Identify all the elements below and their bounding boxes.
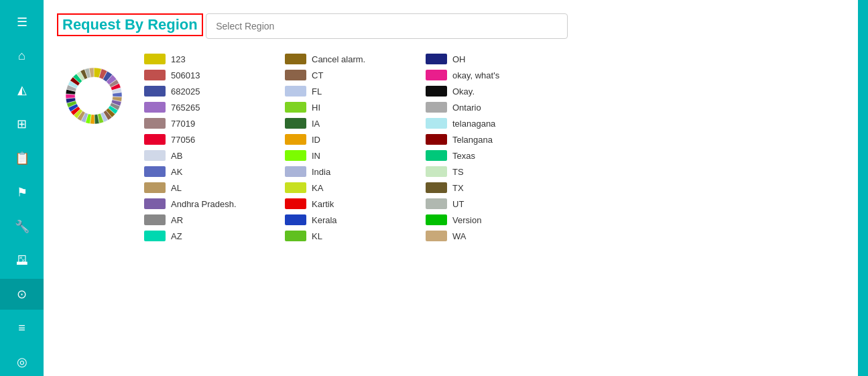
legend-color-box: [426, 214, 447, 225]
legend-item: HI: [285, 101, 419, 114]
legend-label: AB: [171, 151, 182, 161]
legend-item: Kerala: [285, 213, 419, 227]
legend-item: Telangana: [426, 133, 560, 146]
legend-label: Texas: [452, 151, 475, 161]
legend-item: Ontario: [426, 101, 560, 114]
select-region-input[interactable]: [206, 13, 568, 39]
sidebar-item-grid[interactable]: ⊞: [0, 109, 44, 139]
legend-color-box: [426, 54, 447, 64]
legend-container: 123Cancel alarm.OH506013CTokay, what's68…: [144, 52, 560, 243]
legend-color-box: [285, 86, 306, 97]
legend-color-box: [285, 70, 306, 80]
donut-chart: [57, 59, 131, 133]
legend-label: Telangana: [452, 135, 493, 145]
legend-item: WA: [426, 229, 560, 243]
legend-label: KA: [312, 183, 323, 193]
legend-label: TS: [452, 167, 464, 177]
legend-color-box: [144, 166, 166, 177]
legend-label: ID: [312, 135, 320, 145]
sidebar-item-chart[interactable]: ◭: [0, 74, 44, 105]
legend-color-box: [285, 150, 306, 161]
legend-item: TX: [426, 181, 560, 194]
legend-label: TX: [452, 183, 464, 193]
legend-color-box: [144, 70, 166, 80]
legend-item: UT: [426, 197, 560, 210]
legend-label: IN: [312, 151, 320, 161]
legend-item: FL: [285, 84, 419, 98]
legend-color-box: [144, 54, 166, 64]
sidebar-item-support[interactable]: ⊙: [0, 279, 44, 310]
legend-item: 765265: [144, 101, 278, 114]
legend-color-box: [426, 134, 447, 145]
legend-label: Andhra Pradesh.: [171, 199, 237, 209]
legend-label: FL: [312, 86, 322, 97]
legend-label: HI: [312, 103, 320, 113]
sidebar-item-dial[interactable]: ◎: [0, 347, 44, 376]
legend-item: India: [285, 165, 419, 178]
legend-item: KL: [285, 229, 419, 243]
legend-item: TS: [426, 165, 560, 178]
legend-color-box: [285, 214, 306, 225]
legend-label: telanagana: [452, 119, 495, 129]
sidebar-item-home[interactable]: ⌂: [0, 41, 44, 71]
legend-item: CT: [285, 68, 419, 82]
svg-point-0: [76, 78, 111, 113]
legend-label: Version: [452, 215, 481, 225]
sidebar-item-menu[interactable]: ☰: [0, 7, 44, 38]
sidebar-item-list[interactable]: ≡: [0, 313, 44, 343]
legend-label: AZ: [171, 231, 182, 241]
page-title: Request By Region: [57, 13, 203, 36]
legend-item: 77056: [144, 133, 278, 146]
legend-color-box: [144, 198, 166, 209]
legend-label: 77019: [171, 119, 195, 129]
legend-item: AZ: [144, 229, 278, 243]
legend-item: Okay.: [426, 84, 560, 98]
legend-color-box: [144, 102, 166, 113]
legend-color-box: [285, 118, 306, 129]
legend-item: 506013: [144, 68, 278, 82]
legend-item: Kartik: [285, 197, 419, 210]
legend-color-box: [426, 198, 447, 209]
legend-color-box: [144, 214, 166, 225]
legend-label: IA: [312, 119, 320, 129]
legend-label: UT: [452, 199, 464, 209]
legend-color-box: [285, 231, 306, 241]
legend-color-box: [285, 182, 306, 193]
legend-label: Kerala: [312, 215, 337, 225]
sidebar-item-tools[interactable]: 🔧: [0, 211, 44, 242]
legend-item: Texas: [426, 149, 560, 162]
legend-color-box: [144, 182, 166, 193]
legend-item: Cancel alarm.: [285, 52, 419, 66]
legend-color-box: [285, 198, 306, 209]
legend-color-box: [144, 86, 166, 97]
legend-item: Andhra Pradesh.: [144, 197, 278, 210]
legend-item: OH: [426, 52, 560, 66]
sidebar-item-document[interactable]: 📋: [0, 143, 44, 174]
legend-label: Ontario: [452, 103, 481, 113]
legend-item: 123: [144, 52, 278, 66]
right-panel: [858, 0, 868, 376]
sidebar-item-inbox[interactable]: 🗳: [0, 245, 44, 275]
legend-color-box: [144, 134, 166, 145]
legend-label: 506013: [171, 70, 200, 80]
legend-label: AL: [171, 183, 182, 193]
legend-item: 682025: [144, 84, 278, 98]
chart-legend-container: 123Cancel alarm.OH506013CTokay, what's68…: [57, 52, 845, 243]
sidebar-item-flag[interactable]: ⚑: [0, 177, 44, 208]
legend-color-box: [426, 182, 447, 193]
legend-item: okay, what's: [426, 68, 560, 82]
legend-color-box: [426, 231, 447, 241]
legend-item: KA: [285, 181, 419, 194]
legend-label: okay, what's: [452, 70, 499, 80]
legend-color-box: [426, 70, 447, 80]
legend-item: AL: [144, 181, 278, 194]
legend-color-box: [285, 54, 306, 64]
legend-color-box: [144, 231, 166, 241]
legend-label: 682025: [171, 86, 200, 97]
legend-color-box: [285, 102, 306, 113]
legend-label: Okay.: [452, 86, 475, 97]
legend-label: AR: [171, 215, 183, 225]
legend-label: 77056: [171, 135, 195, 145]
legend-label: WA: [452, 231, 466, 241]
legend-color-box: [426, 150, 447, 161]
